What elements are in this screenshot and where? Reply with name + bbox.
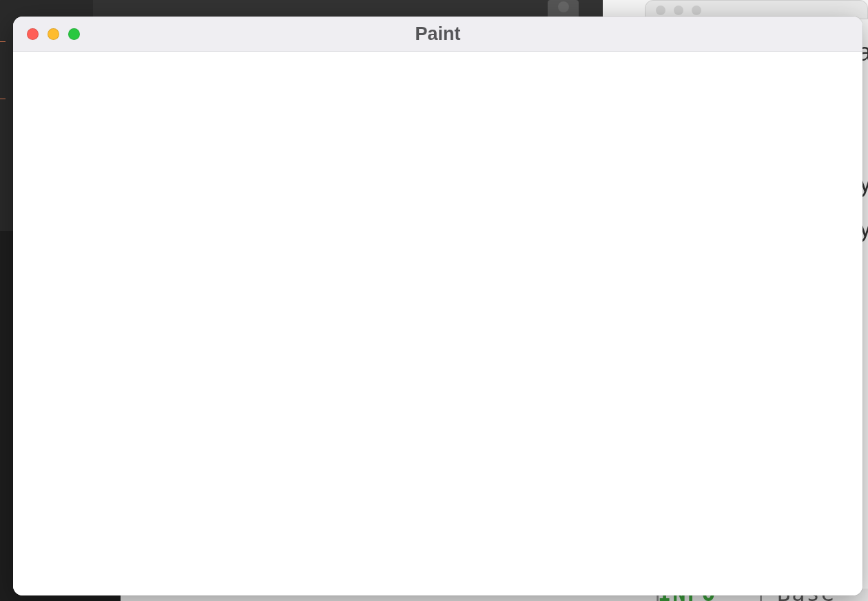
zoom-button[interactable] bbox=[68, 28, 80, 40]
paint-canvas[interactable] bbox=[13, 52, 862, 595]
paint-window: Paint bbox=[13, 17, 862, 595]
minimize-button[interactable] bbox=[48, 28, 59, 40]
background-traffic-lights bbox=[656, 6, 701, 15]
background-tab-indicator bbox=[558, 1, 569, 12]
background-traffic-light bbox=[692, 6, 701, 15]
background-accent-line bbox=[0, 99, 6, 99]
background-traffic-light bbox=[656, 6, 665, 15]
background-accent-line bbox=[0, 41, 6, 42]
traffic-lights-group bbox=[13, 28, 80, 40]
window-titlebar[interactable]: Paint bbox=[13, 17, 862, 52]
window-title: Paint bbox=[415, 23, 460, 45]
close-button[interactable] bbox=[27, 28, 39, 40]
background-traffic-light bbox=[674, 6, 683, 15]
